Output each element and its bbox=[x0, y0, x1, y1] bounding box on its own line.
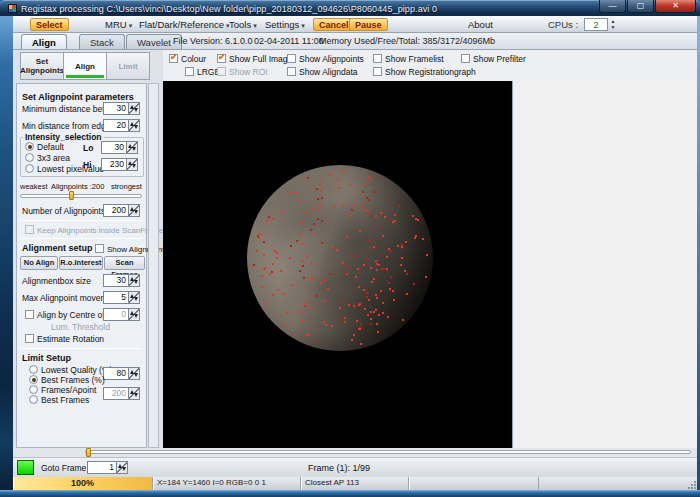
menu-about[interactable]: About bbox=[468, 18, 493, 31]
goto-frame-button[interactable] bbox=[17, 460, 34, 475]
pause-button[interactable]: Pause bbox=[349, 18, 388, 31]
alignmentbox-size-label: Alignmentbox size bbox=[22, 276, 91, 286]
spin-arrows-icon[interactable] bbox=[129, 102, 140, 115]
frame-slider-thumb[interactable] bbox=[86, 448, 91, 457]
alignpoint-marker bbox=[276, 252, 278, 254]
keep-inside-checkbox[interactable]: Keep Alignpoints inside ScanFrame bbox=[25, 225, 163, 235]
menu-settings[interactable]: Settings bbox=[265, 18, 305, 31]
frames-apoint-value[interactable]: 200 bbox=[103, 387, 129, 400]
radio-lowest-pixelvalue[interactable]: Lowest pixelvalue bbox=[25, 164, 104, 174]
alignpoint-marker bbox=[297, 199, 299, 201]
strength-slider-track[interactable] bbox=[20, 194, 142, 198]
menu-flat-dark-reference[interactable]: Flat/Dark/Reference bbox=[139, 18, 230, 31]
select-button[interactable]: Select bbox=[30, 18, 69, 31]
image-canvas[interactable] bbox=[163, 81, 697, 448]
subtab-set-alignpoints[interactable]: Set Alignpoints bbox=[20, 52, 64, 80]
radio-lowest-quality[interactable]: Lowest Quality (%) bbox=[29, 365, 112, 375]
lrgb-checkbox[interactable]: LRGB bbox=[185, 67, 220, 77]
menu-mru[interactable]: MRU bbox=[105, 18, 132, 31]
alignpoint-marker bbox=[412, 215, 414, 217]
min-distance-edge-value[interactable]: 20 bbox=[103, 119, 129, 132]
roi-button[interactable]: R.o.Interest bbox=[59, 256, 103, 270]
spin-arrows-icon[interactable] bbox=[129, 387, 140, 400]
spin-arrows-icon[interactable] bbox=[127, 141, 138, 154]
spin-arrows-icon[interactable] bbox=[127, 158, 138, 171]
subtab-align[interactable]: Align bbox=[63, 52, 107, 80]
frame-slider-track[interactable] bbox=[85, 450, 691, 454]
radio-frames-apoint[interactable]: Frames/Apoint bbox=[29, 385, 96, 395]
radio-default-label: Default bbox=[37, 142, 64, 152]
lowest-quality-label: Lowest Quality (%) bbox=[41, 365, 112, 375]
strength-slider-thumb[interactable] bbox=[69, 191, 74, 200]
tab-align[interactable]: Align bbox=[21, 34, 67, 49]
alignpoint-marker bbox=[308, 334, 310, 336]
quality-spinner[interactable]: 80 bbox=[103, 367, 140, 380]
number-alignpoints-value[interactable]: 200 bbox=[103, 204, 129, 217]
resize-grip-icon[interactable] bbox=[686, 479, 696, 489]
spin-arrows-icon[interactable] bbox=[129, 308, 140, 321]
gravity-value[interactable]: 0 bbox=[103, 308, 129, 321]
show-framelist-checkbox[interactable]: Show Framelist bbox=[373, 54, 444, 64]
alignpoint-marker bbox=[317, 218, 319, 220]
scan-frames-button[interactable]: Scan Frames bbox=[104, 256, 145, 270]
spin-arrows-icon[interactable] bbox=[129, 291, 140, 304]
radio-best-frames[interactable]: Best Frames bbox=[29, 395, 89, 405]
spin-arrows-icon[interactable] bbox=[129, 204, 140, 217]
show-roi-checkbox[interactable]: Show ROI bbox=[217, 67, 268, 77]
max-movement-value[interactable]: 5 bbox=[103, 291, 129, 304]
sidebar-scrollbar[interactable] bbox=[148, 83, 159, 448]
radio-icon bbox=[29, 365, 38, 374]
alignpoint-marker bbox=[341, 171, 343, 173]
show-registrationgraph-checkbox[interactable]: Show Registrationgraph bbox=[373, 67, 476, 77]
estimate-rotation-checkbox[interactable]: Estimate Rotation bbox=[25, 334, 104, 344]
min-distance-between-value[interactable]: 30 bbox=[103, 102, 129, 115]
radio-default[interactable]: Default bbox=[25, 142, 64, 152]
alignpoint-marker bbox=[360, 343, 362, 345]
spin-arrows-icon[interactable] bbox=[129, 119, 140, 132]
goto-frame-value[interactable]: 1 bbox=[87, 461, 117, 474]
alignpoint-marker bbox=[415, 235, 417, 237]
goto-frame-spinner[interactable]: 1 bbox=[87, 461, 128, 474]
gravity-spinner[interactable]: 0 bbox=[103, 308, 140, 321]
quality-value[interactable]: 80 bbox=[103, 367, 129, 380]
spin-arrows-icon[interactable] bbox=[117, 461, 128, 474]
min-distance-between-spinner[interactable]: 30 bbox=[103, 102, 140, 115]
frames-apoint-spinner[interactable]: 200 bbox=[103, 387, 140, 400]
hi-spinner[interactable]: 230 bbox=[101, 158, 138, 171]
spin-arrows-icon[interactable] bbox=[129, 367, 140, 380]
alignpoint-marker bbox=[319, 204, 321, 206]
alignpoint-marker bbox=[357, 268, 359, 270]
maximize-button[interactable]: ▢ bbox=[627, 0, 654, 13]
show-aligndata-checkbox[interactable]: Show Aligndata bbox=[287, 67, 358, 77]
spin-arrows-icon[interactable] bbox=[129, 274, 140, 287]
lo-label: Lo bbox=[83, 143, 93, 153]
cpus-value[interactable]: 2 bbox=[584, 18, 608, 31]
number-alignpoints-spinner[interactable]: 200 bbox=[103, 204, 140, 217]
colour-checkbox[interactable]: Colour bbox=[169, 54, 206, 64]
tab-stack[interactable]: Stack bbox=[79, 34, 125, 49]
hi-value[interactable]: 230 bbox=[101, 158, 127, 171]
alignpoint-marker bbox=[401, 257, 403, 259]
show-prefilter-checkbox[interactable]: Show Prefilter bbox=[461, 54, 526, 64]
close-button[interactable]: ✕ bbox=[655, 0, 696, 13]
cpus-spinner[interactable]: ▲▼ bbox=[609, 18, 617, 31]
max-movement-spinner[interactable]: 5 bbox=[103, 291, 140, 304]
video-frame[interactable] bbox=[163, 81, 513, 448]
show-framelist-label: Show Framelist bbox=[385, 54, 444, 64]
show-alignpoints-checkbox[interactable]: Show Alignpoints bbox=[287, 54, 364, 64]
lo-value[interactable]: 30 bbox=[101, 141, 127, 154]
min-distance-edge-spinner[interactable]: 20 bbox=[103, 119, 140, 132]
alignpoint-marker bbox=[368, 199, 370, 201]
alignmentbox-size-spinner[interactable]: 30 bbox=[103, 274, 140, 287]
lo-spinner[interactable]: 30 bbox=[101, 141, 138, 154]
no-align-button[interactable]: No Align bbox=[20, 256, 58, 270]
subtab-limit[interactable]: Limit bbox=[106, 52, 150, 80]
alignmentbox-size-value[interactable]: 30 bbox=[103, 274, 129, 287]
minimize-button[interactable]: — bbox=[599, 0, 626, 13]
show-full-image-checkbox[interactable]: Show Full Image bbox=[217, 54, 292, 64]
frame-controls: Goto Frame 1 Frame (1): 1/99 bbox=[13, 457, 697, 477]
menu-tools[interactable]: Tools bbox=[229, 18, 257, 31]
radio-3x3-area[interactable]: 3x3 area bbox=[25, 153, 70, 163]
radio-best-frames-pct[interactable]: Best Frames (%) bbox=[29, 375, 105, 385]
alignpoint-marker bbox=[397, 245, 399, 247]
